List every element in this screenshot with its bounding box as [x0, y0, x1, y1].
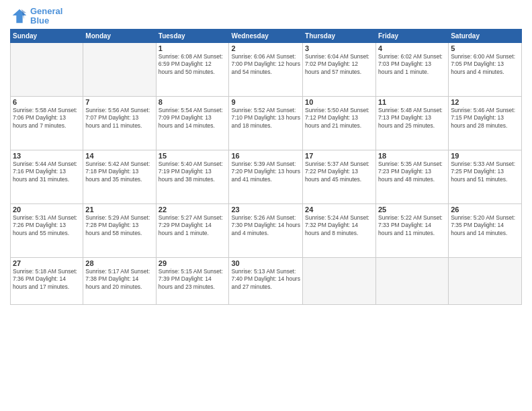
day-info: Sunrise: 5:56 AM Sunset: 7:07 PM Dayligh…	[85, 107, 153, 130]
calendar-cell: 2Sunrise: 6:06 AM Sunset: 7:00 PM Daylig…	[229, 42, 303, 96]
logo-icon	[10, 7, 29, 26]
logo-text-line2: Blue	[30, 16, 62, 26]
page: General Blue SundayMondayTuesdayWednesda…	[0, 0, 532, 411]
calendar-cell: 11Sunrise: 5:48 AM Sunset: 7:13 PM Dayli…	[376, 96, 449, 150]
calendar: SundayMondayTuesdayWednesdayThursdayFrid…	[10, 29, 522, 305]
calendar-cell: 13Sunrise: 5:44 AM Sunset: 7:16 PM Dayli…	[11, 150, 83, 203]
calendar-cell: 8Sunrise: 5:54 AM Sunset: 7:09 PM Daylig…	[156, 96, 229, 150]
day-info: Sunrise: 5:22 AM Sunset: 7:33 PM Dayligh…	[378, 214, 446, 237]
day-number: 30	[231, 259, 300, 267]
day-info: Sunrise: 5:13 AM Sunset: 7:40 PM Dayligh…	[231, 268, 300, 291]
day-number: 29	[159, 259, 227, 267]
day-info: Sunrise: 5:58 AM Sunset: 7:06 PM Dayligh…	[13, 107, 81, 130]
col-header-tuesday: Tuesday	[156, 29, 229, 42]
week-row-4: 20Sunrise: 5:31 AM Sunset: 7:26 PM Dayli…	[11, 203, 522, 257]
calendar-cell: 10Sunrise: 5:50 AM Sunset: 7:12 PM Dayli…	[303, 96, 376, 150]
week-row-3: 13Sunrise: 5:44 AM Sunset: 7:16 PM Dayli…	[11, 150, 522, 203]
col-header-thursday: Thursday	[303, 29, 376, 42]
calendar-cell: 5Sunrise: 6:00 AM Sunset: 7:05 PM Daylig…	[449, 42, 522, 96]
day-number: 11	[378, 98, 446, 106]
day-info: Sunrise: 5:50 AM Sunset: 7:12 PM Dayligh…	[305, 107, 373, 130]
calendar-cell: 28Sunrise: 5:17 AM Sunset: 7:38 PM Dayli…	[83, 257, 156, 304]
calendar-cell: 29Sunrise: 5:15 AM Sunset: 7:39 PM Dayli…	[156, 257, 229, 304]
calendar-cell: 7Sunrise: 5:56 AM Sunset: 7:07 PM Daylig…	[83, 96, 156, 150]
day-info: Sunrise: 5:46 AM Sunset: 7:15 PM Dayligh…	[451, 107, 519, 130]
calendar-cell: 15Sunrise: 5:40 AM Sunset: 7:19 PM Dayli…	[156, 150, 229, 203]
day-info: Sunrise: 5:42 AM Sunset: 7:18 PM Dayligh…	[85, 161, 153, 183]
day-number: 20	[13, 205, 81, 214]
day-info: Sunrise: 5:18 AM Sunset: 7:36 PM Dayligh…	[13, 268, 81, 291]
calendar-cell: 4Sunrise: 6:02 AM Sunset: 7:03 PM Daylig…	[376, 42, 449, 96]
calendar-cell: 25Sunrise: 5:22 AM Sunset: 7:33 PM Dayli…	[376, 203, 449, 257]
day-info: Sunrise: 6:04 AM Sunset: 7:02 PM Dayligh…	[305, 53, 373, 76]
logo-text-line1: General	[30, 7, 62, 16]
calendar-cell: 24Sunrise: 5:24 AM Sunset: 7:32 PM Dayli…	[303, 203, 376, 257]
day-info: Sunrise: 5:20 AM Sunset: 7:35 PM Dayligh…	[451, 214, 519, 237]
day-info: Sunrise: 6:06 AM Sunset: 7:00 PM Dayligh…	[231, 53, 300, 76]
day-info: Sunrise: 5:26 AM Sunset: 7:30 PM Dayligh…	[231, 214, 300, 237]
calendar-cell	[83, 42, 156, 96]
day-info: Sunrise: 6:08 AM Sunset: 6:59 PM Dayligh…	[159, 53, 227, 76]
day-info: Sunrise: 5:27 AM Sunset: 7:29 PM Dayligh…	[159, 214, 227, 237]
calendar-cell: 21Sunrise: 5:29 AM Sunset: 7:28 PM Dayli…	[83, 203, 156, 257]
week-row-1: 1Sunrise: 6:08 AM Sunset: 6:59 PM Daylig…	[11, 42, 522, 96]
col-header-monday: Monday	[83, 29, 156, 42]
day-number: 3	[305, 44, 373, 52]
calendar-cell: 22Sunrise: 5:27 AM Sunset: 7:29 PM Dayli…	[156, 203, 229, 257]
day-info: Sunrise: 5:40 AM Sunset: 7:19 PM Dayligh…	[159, 161, 227, 183]
calendar-cell	[11, 42, 83, 96]
day-info: Sunrise: 5:35 AM Sunset: 7:23 PM Dayligh…	[378, 161, 446, 183]
day-number: 22	[159, 205, 227, 214]
day-number: 24	[305, 205, 373, 214]
calendar-cell: 14Sunrise: 5:42 AM Sunset: 7:18 PM Dayli…	[83, 150, 156, 203]
day-info: Sunrise: 5:48 AM Sunset: 7:13 PM Dayligh…	[378, 107, 446, 130]
col-header-wednesday: Wednesday	[229, 29, 303, 42]
svg-marker-0	[13, 9, 27, 24]
calendar-cell: 9Sunrise: 5:52 AM Sunset: 7:10 PM Daylig…	[229, 96, 303, 150]
header-row: SundayMondayTuesdayWednesdayThursdayFrid…	[11, 29, 522, 42]
day-number: 23	[231, 205, 300, 214]
calendar-cell: 1Sunrise: 6:08 AM Sunset: 6:59 PM Daylig…	[156, 42, 229, 96]
day-number: 2	[231, 44, 300, 52]
day-number: 14	[85, 152, 153, 160]
calendar-cell: 27Sunrise: 5:18 AM Sunset: 7:36 PM Dayli…	[11, 257, 83, 304]
day-number: 9	[231, 98, 300, 106]
day-number: 10	[305, 98, 373, 106]
day-info: Sunrise: 5:29 AM Sunset: 7:28 PM Dayligh…	[85, 214, 153, 237]
col-header-saturday: Saturday	[449, 29, 522, 42]
day-number: 26	[451, 205, 519, 214]
day-number: 7	[85, 98, 153, 106]
calendar-cell: 6Sunrise: 5:58 AM Sunset: 7:06 PM Daylig…	[11, 96, 83, 150]
day-number: 17	[305, 152, 373, 160]
calendar-cell	[376, 257, 449, 304]
day-info: Sunrise: 5:39 AM Sunset: 7:20 PM Dayligh…	[231, 161, 300, 183]
day-info: Sunrise: 5:31 AM Sunset: 7:26 PM Dayligh…	[13, 214, 81, 237]
day-number: 28	[85, 259, 153, 267]
day-number: 5	[451, 44, 519, 52]
day-info: Sunrise: 5:24 AM Sunset: 7:32 PM Dayligh…	[305, 214, 373, 237]
day-info: Sunrise: 5:33 AM Sunset: 7:25 PM Dayligh…	[451, 161, 519, 183]
day-info: Sunrise: 5:44 AM Sunset: 7:16 PM Dayligh…	[13, 161, 81, 183]
calendar-cell: 23Sunrise: 5:26 AM Sunset: 7:30 PM Dayli…	[229, 203, 303, 257]
day-number: 16	[231, 152, 300, 160]
day-info: Sunrise: 6:02 AM Sunset: 7:03 PM Dayligh…	[378, 53, 446, 76]
calendar-cell: 3Sunrise: 6:04 AM Sunset: 7:02 PM Daylig…	[303, 42, 376, 96]
day-number: 19	[451, 152, 519, 160]
day-info: Sunrise: 5:17 AM Sunset: 7:38 PM Dayligh…	[85, 268, 153, 291]
logo: General Blue	[10, 7, 62, 26]
calendar-cell: 26Sunrise: 5:20 AM Sunset: 7:35 PM Dayli…	[449, 203, 522, 257]
day-number: 18	[378, 152, 446, 160]
col-header-sunday: Sunday	[11, 29, 83, 42]
day-number: 13	[13, 152, 81, 160]
day-info: Sunrise: 6:00 AM Sunset: 7:05 PM Dayligh…	[451, 53, 519, 76]
calendar-cell	[449, 257, 522, 304]
day-info: Sunrise: 5:54 AM Sunset: 7:09 PM Dayligh…	[159, 107, 227, 130]
day-info: Sunrise: 5:52 AM Sunset: 7:10 PM Dayligh…	[231, 107, 300, 130]
calendar-cell: 30Sunrise: 5:13 AM Sunset: 7:40 PM Dayli…	[229, 257, 303, 304]
calendar-cell: 18Sunrise: 5:35 AM Sunset: 7:23 PM Dayli…	[376, 150, 449, 203]
day-info: Sunrise: 5:37 AM Sunset: 7:22 PM Dayligh…	[305, 161, 373, 183]
day-number: 12	[451, 98, 519, 106]
day-number: 1	[159, 44, 227, 52]
calendar-cell	[303, 257, 376, 304]
day-number: 8	[159, 98, 227, 106]
